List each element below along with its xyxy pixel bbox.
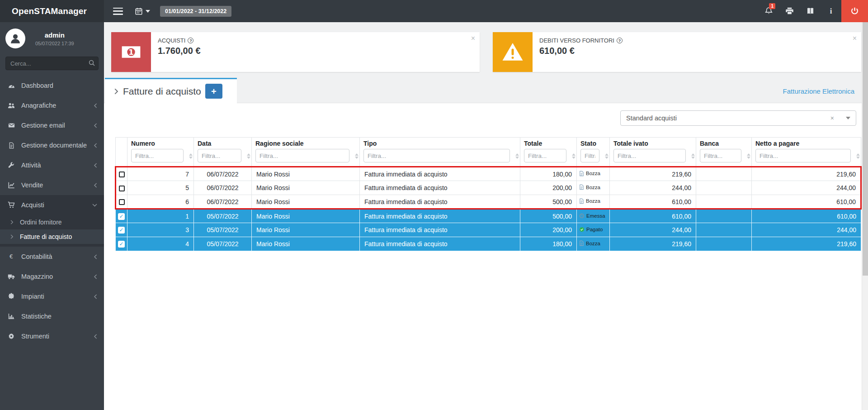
sort-arrows[interactable] (572, 153, 576, 159)
status-label: Emessa (586, 213, 605, 219)
cell-banca (696, 209, 752, 223)
chevron-left-icon (94, 274, 98, 280)
row-checkbox[interactable] (119, 199, 125, 205)
column-header-totale_ivato: Totale ivato (610, 138, 696, 167)
docs-button[interactable] (800, 0, 821, 22)
add-invoice-button[interactable]: + (205, 84, 222, 99)
search-icon[interactable] (88, 59, 95, 67)
cell-tipo: Fattura immediata di acquisto (360, 167, 520, 181)
view-select[interactable]: Standard acquisti × (620, 110, 856, 126)
sidebar-item-attivita[interactable]: Attività (0, 155, 104, 175)
filter-input-totale_ivato[interactable] (613, 149, 686, 162)
select-clear-icon[interactable]: × (829, 114, 836, 122)
sidebar-subitem-ordini-fornitore[interactable]: Ordini fornitore (0, 215, 104, 229)
sidebar-item-label: Statistiche (21, 313, 52, 320)
filter-input-stato[interactable] (580, 149, 599, 162)
row-checkbox[interactable] (119, 172, 125, 177)
users-icon (6, 102, 16, 110)
date-range-chip[interactable]: 01/01/2022 - 31/12/2022 (160, 6, 231, 17)
sort-arrows[interactable] (189, 153, 193, 159)
sort-arrows[interactable] (747, 153, 750, 159)
sort-arrows[interactable] (605, 153, 609, 159)
tab-fatture-di-acquisto[interactable]: Fatture di acquisto + (105, 78, 237, 103)
close-icon[interactable]: × (853, 35, 857, 42)
sidebar-item-magazzino[interactable]: Magazzino (0, 267, 104, 286)
filter-input-numero[interactable] (131, 149, 184, 162)
sidebar-item-contabilita[interactable]: €Contabilità (0, 247, 104, 267)
cell-select[interactable]: ✓ (116, 209, 127, 223)
sidebar-item-impianti[interactable]: Impianti (0, 286, 104, 306)
table-row[interactable]: 606/07/2022Mario RossiFattura immediata … (116, 195, 861, 209)
cell-select[interactable] (116, 167, 127, 181)
infobox-value: 610,00 € (539, 46, 623, 56)
gauge-icon (6, 82, 16, 90)
vertical-scrollbar[interactable] (862, 22, 868, 410)
sort-arrows[interactable] (691, 153, 695, 159)
sidebar-item-anagrafiche[interactable]: Anagrafiche (0, 95, 104, 115)
app-logo[interactable]: OpenSTAManager (0, 0, 104, 22)
row-checkbox[interactable] (119, 186, 125, 191)
sort-arrows[interactable] (247, 153, 250, 159)
cell-netto-a-pagare: 219,60 (752, 237, 861, 251)
cell-select[interactable] (116, 195, 127, 209)
banknote-icon: 1 (111, 32, 151, 72)
logout-button[interactable] (841, 0, 868, 22)
sort-arrows[interactable] (515, 153, 519, 159)
sidebar-item-gestione-email[interactable]: Gestione email (0, 115, 104, 135)
close-icon[interactable]: × (471, 35, 475, 42)
notifications-button[interactable]: 1 (758, 0, 779, 22)
question-circle-icon[interactable]: ? (617, 38, 623, 43)
table-row[interactable]: ✓405/07/2022Mario RossiFattura immediata… (116, 237, 861, 251)
cell-select[interactable]: ✓ (116, 237, 127, 251)
chevron-down-icon (92, 203, 98, 207)
column-label: Netto a pagare (755, 140, 857, 147)
cell-netto-a-pagare: 610,00 (752, 195, 861, 209)
filter-input-netto_a_pagare[interactable] (755, 149, 851, 162)
table-row[interactable]: 706/07/2022Mario RossiFattura immediata … (116, 167, 861, 181)
fatturazione-elettronica-link[interactable]: Fatturazione Elettronica (783, 87, 854, 95)
file-icon (579, 240, 584, 246)
cell-data: 06/07/2022 (194, 167, 252, 181)
sort-arrows[interactable] (856, 153, 860, 159)
filter-input-ragione_sociale[interactable] (255, 149, 349, 162)
cell-select[interactable]: ✓ (116, 223, 127, 237)
sidebar-item-statistiche[interactable]: Statistiche (0, 306, 104, 326)
infobox-debiti-fornitori[interactable]: DEBITI VERSO FORNITORI ? 610,00 € × (493, 32, 861, 72)
column-header-data: Data (194, 138, 252, 167)
row-checkbox-checked[interactable]: ✓ (118, 227, 125, 234)
sidebar-subitem-fatture-di-acquisto[interactable]: Fatture di acquisto (0, 229, 104, 244)
cell-totale: 500,00 (520, 195, 577, 209)
sort-arrows[interactable] (355, 153, 359, 159)
table-row[interactable]: ✓305/07/2022Mario RossiFattura immediata… (116, 223, 861, 237)
search-input[interactable] (5, 57, 99, 70)
filter-input-banca[interactable] (700, 149, 741, 162)
sidebar-item-strumenti[interactable]: Strumenti (0, 326, 104, 346)
sidebar-item-vendite[interactable]: Vendite (0, 175, 104, 195)
table-row[interactable]: ✓105/07/2022Mario RossiFattura immediata… (116, 209, 861, 223)
cell-numero: 1 (127, 209, 194, 223)
print-button[interactable] (779, 0, 800, 22)
sidebar-item-dashboard[interactable]: Dashboard (0, 76, 104, 95)
page-title: Fatture di acquisto (123, 86, 201, 97)
cell-select[interactable] (116, 181, 127, 195)
user-panel[interactable]: admin 05/07/2022 17:39 (0, 22, 104, 53)
info-button[interactable]: i (821, 0, 841, 22)
filter-input-totale[interactable] (524, 149, 566, 162)
cell-totale-ivato: 610,00 (610, 209, 696, 223)
sidebar-item-gestione-documentale[interactable]: Gestione documentale (0, 135, 104, 155)
row-checkbox-checked[interactable]: ✓ (118, 213, 125, 220)
filter-input-tipo[interactable] (363, 149, 510, 162)
hamburger-icon[interactable] (113, 8, 123, 15)
cell-totale: 180,00 (520, 167, 577, 181)
calendar-dropdown[interactable] (135, 7, 150, 15)
table-row[interactable]: 506/07/2022Mario RossiFattura immediata … (116, 181, 861, 195)
question-circle-icon[interactable]: ? (188, 38, 193, 43)
chevron-down-icon (846, 117, 850, 119)
row-checkbox-checked[interactable]: ✓ (118, 241, 125, 248)
scrollbar-thumb[interactable] (863, 22, 868, 276)
column-label: Totale ivato (613, 140, 692, 147)
sidebar-item-acquisti[interactable]: Acquisti (0, 195, 104, 215)
file-icon (579, 171, 584, 176)
infobox-acquisti[interactable]: 1 ACQUISTI ? 1.760,00 € × (111, 32, 480, 72)
filter-input-data[interactable] (198, 149, 241, 162)
